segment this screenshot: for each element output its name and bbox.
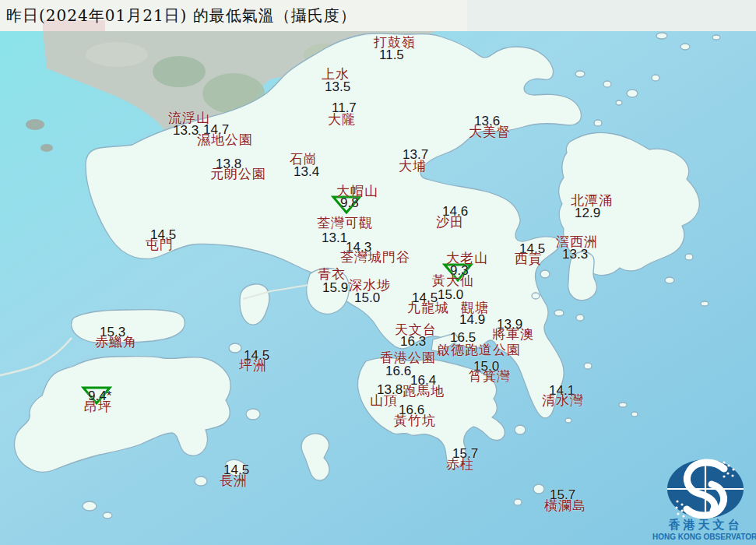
station-name-label: 觀塘 [461,301,489,315]
station-name-label: 大美督 [469,125,511,139]
station-name-label: 啟德跑道公園 [437,343,521,357]
station-name-label: 將軍澳 [492,328,534,341]
station-name-label: 屯門 [146,238,174,251]
station-name-label: 清水灣 [542,394,584,407]
station-name-label: 打鼓嶺 [374,36,416,49]
station-name-label: 大隴 [328,113,356,126]
station-name-label: 元朗公園 [210,167,266,181]
station-name-label: 石崗 [290,153,318,166]
station-temperature-value: 15.9 [322,282,348,294]
station-name-label: 山頂 [370,394,398,407]
station-name-label: 大帽山 [336,185,378,198]
station-name-label: 橫瀾島 [544,499,586,512]
station-name-label: 荃灣城門谷 [340,251,410,264]
station-name-label: 上水 [322,68,350,81]
station-temperature-value: 13.3 [173,125,199,137]
station-name-label: 天文台 [395,323,437,336]
station-temperature-value: 13.3 [562,248,588,261]
station-name-label: 濕地公園 [197,133,253,146]
station-name-label: 黃竹坑 [394,414,436,427]
station-name-label: 九龍城 [407,301,449,315]
station-name-label: 跑馬地 [403,385,445,398]
station-name-label: 昂坪 [84,400,112,413]
station-name-label: 荃灣可觀 [317,216,373,230]
station-name-label: 長洲 [220,474,248,487]
station-name-label: 坪洲 [239,359,267,372]
hko-logo-name-en: HONG KONG OBSERVATORY [652,533,756,542]
station-name-label: 北潭涌 [571,194,613,207]
station-temperature-value: 11.5 [379,49,404,62]
station-name-label: 赤柱 [446,458,474,471]
station-name-label: 黃大仙 [432,274,474,287]
min-temperature-map: 昨日(2024年01月21日) 的最低氣溫（攝氏度） 11.5打鼓嶺13.5上水… [0,0,756,545]
hko-logo-name-zh: 香港天文台 [659,519,752,532]
station-name-label: 西貢 [515,252,543,265]
station-temperature-value: 13.1 [322,232,347,244]
station-temperature-value: 16.6 [385,365,411,378]
station-temperature-value: 15.0 [354,292,380,304]
station-name-label: 香港公園 [380,351,436,364]
station-name-label: 沙田 [436,216,464,229]
station-labels-layer: 11.5打鼓嶺13.5上水11.7大隴13.3流浮山14.7濕地公園13.8元朗… [0,0,756,545]
station-name-label: 赤鱲角 [95,336,137,349]
station-temperature-value: 13.4 [294,166,319,178]
station-name-label: 滘西洲 [556,235,598,248]
station-name-label: 大老山 [446,251,488,265]
station-name-label: 深水埗 [349,279,391,292]
station-temperature-value: 16.3 [400,336,426,348]
station-name-label: 青衣 [318,268,346,281]
station-temperature-value: 9.8 [340,197,359,209]
station-temperature-value: 14.9 [459,314,485,326]
station-temperature-value: 13.5 [325,81,350,93]
station-name-label: 大埔 [399,160,427,173]
station-temperature-value: 12.9 [575,207,600,220]
station-name-label: 筲箕灣 [469,370,511,383]
